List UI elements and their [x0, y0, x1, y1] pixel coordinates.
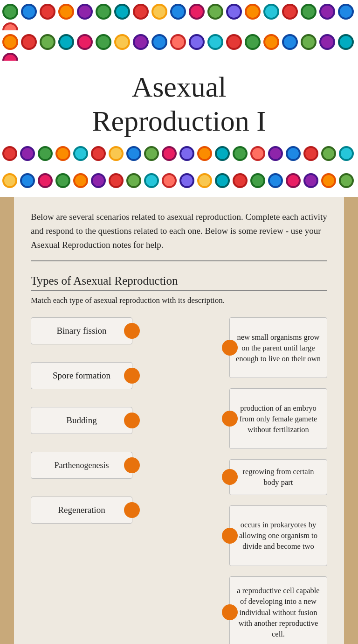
dot-dec: [215, 146, 230, 161]
dot-dec: [2, 173, 17, 188]
dot-dec: [245, 4, 261, 20]
regeneration-right-dot: [124, 502, 140, 518]
dot-dec: [2, 34, 18, 50]
dot-dec: [20, 146, 35, 161]
page-title: Asexual Reproduction I: [5, 70, 353, 138]
dot-dec: [40, 4, 55, 20]
dot-dec: [2, 22, 18, 30]
dot-dec: [226, 34, 242, 50]
dot-dec: [170, 4, 186, 20]
desc-regeneration[interactable]: regrowing from certain body part: [229, 459, 327, 495]
term-spore-formation[interactable]: Spore formation: [31, 362, 132, 389]
dot-dec: [2, 4, 18, 20]
dot-dec: [170, 34, 186, 50]
spore-formation-right-dot: [124, 368, 140, 384]
dot-dec: [21, 34, 37, 50]
dot-dec: [301, 4, 317, 20]
dot-dec: [189, 4, 205, 20]
desc-regeneration-left-dot: [222, 469, 238, 485]
section-title: Types of Asexual Reproduction: [31, 274, 327, 291]
dot-dec: [77, 34, 93, 50]
dot-dec: [73, 173, 88, 188]
dot-dec: [263, 34, 279, 50]
dot-dec: [109, 146, 124, 161]
dot-dec: [268, 173, 283, 188]
dot-dec: [162, 146, 177, 161]
desc-budding[interactable]: new small organisms grow on the parent u…: [229, 317, 327, 378]
dot-dec: [179, 146, 194, 161]
dot-dec: [339, 173, 354, 188]
dot-dec: [286, 146, 301, 161]
dot-dec: [2, 53, 18, 61]
dot-dec: [162, 173, 177, 188]
dot-dec: [91, 173, 106, 188]
dot-dec: [38, 146, 53, 161]
desc-binary-fission-left-dot: [222, 528, 238, 544]
binary-fission-right-dot: [124, 323, 140, 339]
dot-dec: [144, 173, 159, 188]
dot-dec: [319, 4, 335, 20]
dot-dec: [133, 34, 149, 50]
dot-dec: [263, 4, 279, 20]
dot-dec: [21, 4, 37, 20]
dot-dec: [282, 34, 298, 50]
dot-dec: [73, 146, 88, 161]
dot-dec: [114, 34, 130, 50]
desc-parthenogenesis-left-dot: [222, 411, 238, 427]
desc-parthenogenesis[interactable]: production of an embryo from only female…: [229, 388, 327, 449]
dot-dec: [245, 34, 261, 50]
dot-dec: [91, 146, 106, 161]
dot-dec: [133, 4, 149, 20]
dot-dec: [303, 173, 318, 188]
terms-column: Binary fission Spore formation Budding P…: [31, 317, 132, 524]
desc-binary-fission[interactable]: occurs in prokaryotes by allowing one or…: [229, 505, 327, 566]
desc-budding-left-dot: [222, 340, 238, 356]
descriptions-column: new small organisms grow on the parent u…: [229, 317, 327, 644]
dot-dec: [286, 173, 301, 188]
dot-dec: [339, 146, 354, 161]
dot-dec: [20, 173, 35, 188]
dot-dec: [151, 34, 167, 50]
parthenogenesis-right-dot: [124, 457, 140, 473]
dot-dec: [96, 4, 111, 20]
dot-dec: [77, 4, 93, 20]
desc-spore[interactable]: a reproductive cell capable of developin…: [229, 576, 327, 644]
dot-dec: [151, 4, 167, 20]
term-binary-fission[interactable]: Binary fission: [31, 317, 132, 344]
dot-dec: [338, 4, 354, 20]
dot-dec: [301, 34, 317, 50]
match-instruction: Match each type of asexual reproduction …: [31, 296, 327, 305]
dot-dec: [109, 173, 124, 188]
dot-dec: [126, 173, 141, 188]
dot-dec: [38, 173, 53, 188]
dot-dec: [2, 146, 17, 161]
dot-dec: [321, 146, 336, 161]
dot-dec: [55, 173, 70, 188]
dot-dec: [250, 146, 265, 161]
dot-dec: [96, 34, 111, 50]
dot-dec: [58, 34, 74, 50]
page-title-block: Asexual Reproduction I: [0, 61, 358, 143]
dot-dec: [215, 173, 230, 188]
dot-dec: [338, 34, 354, 50]
dot-dec: [207, 34, 223, 50]
dot-dec: [303, 146, 318, 161]
dot-dec: [268, 146, 283, 161]
dot-dec: [197, 146, 212, 161]
dot-dec: [233, 146, 248, 161]
dot-dec: [126, 146, 141, 161]
term-budding[interactable]: Budding: [31, 407, 132, 434]
dot-dec: [233, 173, 248, 188]
dot-dec: [40, 34, 55, 50]
budding-right-dot: [124, 413, 140, 428]
term-regeneration[interactable]: Regeneration: [31, 497, 132, 524]
desc-spore-left-dot: [222, 604, 238, 620]
dot-dec: [58, 4, 74, 20]
term-parthenogenesis[interactable]: Parthenogenesis: [31, 452, 132, 479]
dot-dec: [144, 146, 159, 161]
dot-dec: [207, 4, 223, 20]
intro-paragraph: Below are several scenarios related to a…: [31, 210, 327, 261]
dot-dec: [179, 173, 194, 188]
dot-dec: [282, 4, 298, 20]
dot-dec: [197, 173, 212, 188]
